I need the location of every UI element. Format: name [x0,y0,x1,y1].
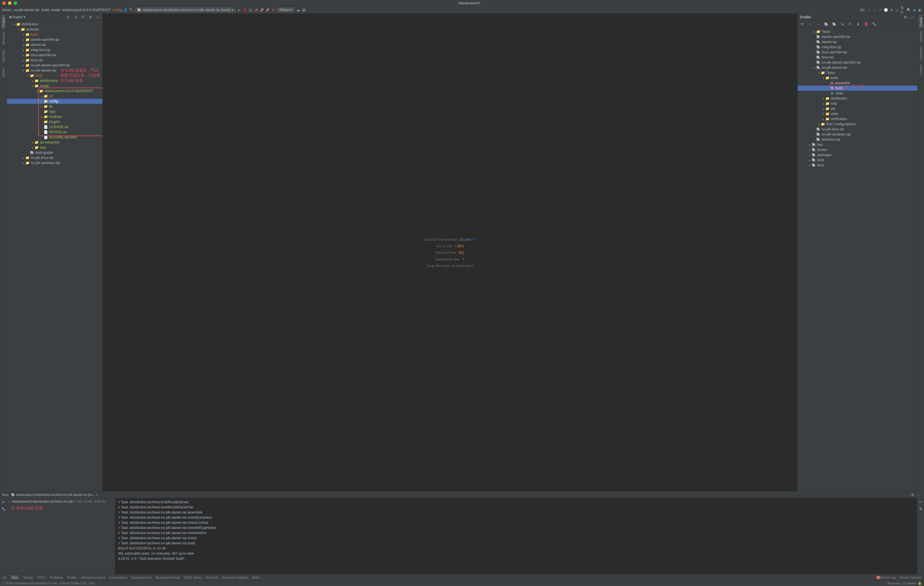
bottom-tab-profiler[interactable]: Profiler [67,576,77,579]
tree-item[interactable]: ▸📁linux-aarch64-tar [7,53,102,58]
breadcrumb-item[interactable]: elasticsearch-8.0.0-SNAPSHOT [62,8,111,12]
project-tree[interactable]: ③ build 完成后，可以刷新下该目录，可以看到 build 目录 ④ 稍后要… [7,21,102,491]
breadcrumb-item[interactable]: install [51,8,60,12]
gradle-tree-item[interactable]: ▸📁distribution [798,96,917,101]
gradle-tree-item[interactable]: 🐘no-jdk-linux-tar [798,127,917,132]
gear-icon[interactable]: ⚙ [903,15,908,20]
gradle-run2-icon[interactable]: 🐘 [832,22,837,26]
stack-icon[interactable]: ▤ [302,8,306,12]
codota-icon[interactable]: ◐ [918,8,922,12]
close-icon[interactable] [2,2,6,5]
search-icon[interactable]: 🔍 [906,8,911,12]
run-output[interactable]: > Task :distribution:archives:buildNoJdk… [115,498,917,574]
bottom-tab-todo[interactable]: TODO [37,576,46,579]
git-push-icon[interactable]: ↗ [878,8,882,12]
bottom-tab-terminal[interactable]: Terminal [206,576,218,579]
bottom-tab-dependencies[interactable]: Dependencies [132,576,152,579]
git-history-icon[interactable]: 🕐 [883,8,888,12]
tree-item[interactable]: ▸📁bin [7,94,102,99]
breadcrumb-item[interactable]: chives [2,8,12,12]
locate-icon[interactable]: ⊙ [66,15,71,20]
tree-item[interactable]: ▸📁config [7,99,102,104]
run-icon[interactable]: ▶ [237,8,241,12]
breadcrumb-item[interactable]: build [42,8,49,12]
hide-icon[interactable]: — [910,15,915,20]
gradle-tree-item[interactable]: ▾📁Tasks [798,70,917,75]
bottom-tab-anonymous-apex[interactable]: Anonymous Apex [81,576,106,579]
sidebar-tab-database[interactable]: Database [919,45,923,63]
gradle-run-icon[interactable]: 🐘 [824,22,828,26]
sidebar-tab-codota[interactable]: Codota [919,63,923,77]
gradle-tree-item[interactable]: ⚙clean [798,91,917,96]
sidebar-tab-gradle[interactable]: Gradle [919,15,923,29]
gradle-tree-item[interactable]: 🐘linux-aarch64-tar [798,50,917,55]
user-icon[interactable]: 👤 [124,8,128,12]
rocket-icon[interactable]: 🚀 [259,8,264,12]
tree-item[interactable]: ▸📁no-jdk-windows-zip [7,160,102,165]
tree-item[interactable]: ▸📁no-jdk-darwin-aarch64-tar [7,63,102,68]
gradle-tree-item[interactable]: ▸📁Tasks [798,29,917,34]
window-controls[interactable] [2,2,17,5]
bottom-tab-problems[interactable]: Problems [50,576,63,579]
profile-icon[interactable]: ◔ [254,8,258,12]
bottom-tab-debug[interactable]: Debug [23,576,33,579]
plus-icon[interactable]: + [808,22,812,26]
gradle-tree-item[interactable]: ▸📁Run Configurations [798,122,917,127]
gradle-tree-item[interactable]: ▸🐘tools [798,157,917,163]
gradle-tree-item[interactable]: ▾📁build [798,75,917,81]
bottom-tab-git[interactable]: Git [2,576,6,579]
lock-icon[interactable]: 🔒 [918,581,922,585]
gradle-tree-item[interactable]: ▸🐘packages [798,152,917,157]
tree-item[interactable]: ▾📁archives [7,27,102,32]
hide-icon[interactable]: — [917,492,922,497]
bottom-tab-sequence-diagram[interactable]: Sequence Diagram [221,576,248,579]
tree-item[interactable]: ▸📁build [7,32,102,37]
gradle-tree-item[interactable]: ▸📁other [798,111,917,116]
gradle-tree-item[interactable]: ▸📁verification [798,116,917,122]
gear-icon[interactable]: ⚙ [910,492,915,497]
tree-item[interactable]: ▾📁distribution [7,22,102,27]
collapse-all-icon[interactable]: ⇱ [848,22,852,26]
wrench-icon[interactable]: 🔧 [872,22,876,26]
collapse-icon[interactable]: ⇱ [81,15,85,20]
gradle-tree-item[interactable]: ▸📁ide [798,106,917,111]
git-commit-icon[interactable]: ✓ [872,8,877,12]
gradle-tree-item[interactable]: 🐘no-jdk-darwin-aarch64-tar [798,60,917,65]
gradle-tree-item[interactable]: ▸📁help [798,101,917,106]
sidebar-tab-jrebel[interactable]: JRebel [1,66,6,80]
reload-icon[interactable]: ⟳ [800,22,805,26]
gradle-tree-item[interactable]: 🐘integ-test-zip [798,45,917,50]
softwrap-icon[interactable]: ↩ [918,500,923,504]
tree-item[interactable]: 📄LICENSE.txt [7,124,102,130]
tree-item[interactable]: 🐘build.gradle [7,150,102,155]
tree-item[interactable]: ▸📁darwin-aarch64-tar [7,37,102,42]
gradle-tree-item[interactable]: ▸🐘bwc [798,142,917,147]
status-icon[interactable]: ▢ [2,581,5,585]
gradle-tree-item[interactable]: 🐘no-jdk-windows-zip [798,132,917,137]
stop-icon[interactable]: ■ [271,8,276,12]
gradle-tree-item[interactable]: ▾🐘no-jdk-darwin-tar [798,65,917,70]
sidebar-tab-jclasslib[interactable]: jclasslib [919,29,923,45]
projector-status[interactable]: Projector [888,582,900,585]
rerun-icon[interactable]: ▶ [1,500,6,504]
breadcrumb-item[interactable]: config [113,8,122,12]
scroll-icon[interactable]: ≣ [918,507,923,511]
tree-item[interactable]: 📄README.asciidoc [7,135,102,140]
debug-icon[interactable]: 🐞 [243,8,247,12]
gradle-tree-item[interactable]: 🐘darwin-tar [798,40,917,45]
cloud-icon[interactable]: ☁ [296,8,300,12]
coverage-icon[interactable]: ◱ [248,8,252,12]
universe-icon[interactable]: ◉ [912,8,917,12]
tree-item[interactable]: ▸📁integ-test-zip [7,47,102,53]
tree-item[interactable]: 📁logs [7,109,102,114]
run-config-tab[interactable]: 🐘 elasticsearch:distribution:archives:no… [11,493,98,497]
bottom-tab-soql-query[interactable]: SOQL Query [184,576,201,579]
run-tree[interactable]: ✓ elasticsearch:distribution:archives:no… [7,498,115,574]
tree-item[interactable]: ▸📁tmp [7,145,102,150]
git-update-icon[interactable]: ↙ [866,8,871,12]
gradle-tree-item[interactable]: 🐘windows-zip [798,137,917,142]
expand-icon[interactable]: ⇲ [73,15,78,20]
tree-item[interactable]: ▾📁elasticsearch-8.0.0-SNAPSHOT [7,88,102,94]
tree-item[interactable]: 📁plugins [7,119,102,124]
sidebar-tab-project[interactable]: Project [1,15,6,29]
